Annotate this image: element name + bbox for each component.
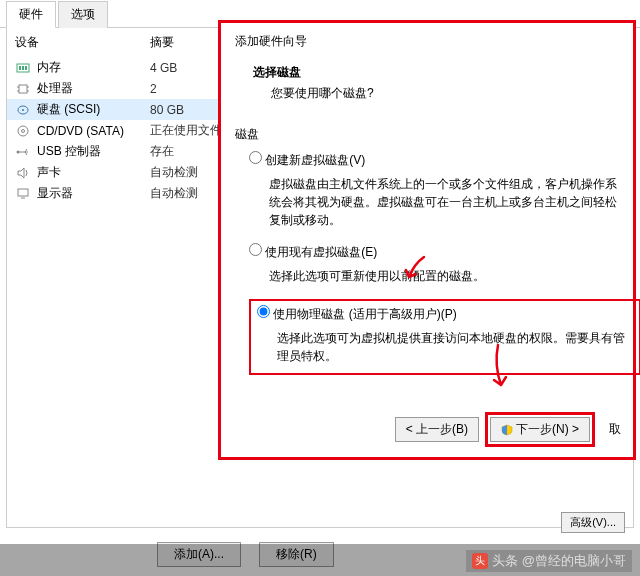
svg-point-10 [22,109,24,111]
cd-icon [15,124,31,138]
disk-icon [15,103,31,117]
tab-options[interactable]: 选项 [58,1,108,28]
radio-physical-label: 使用物理磁盘 (适用于高级用户)(P) [273,307,456,321]
radio-create-desc: 虚拟磁盘由主机文件系统上的一个或多个文件组成，客户机操作系统会将其视为硬盘。虚拟… [269,175,619,229]
device-name: CD/DVD (SATA) [37,124,150,138]
radio-existing-desc: 选择此选项可重新使用以前配置的磁盘。 [269,267,619,285]
cancel-button-partial[interactable]: 取 [607,418,623,441]
watermark-text: 头条 @曾经的电脑小哥 [492,552,626,570]
device-summary: 2 [150,82,157,96]
display-icon [15,187,31,201]
wizard-subtitle: 选择磁盘 [253,64,619,81]
svg-point-13 [17,150,20,153]
svg-rect-14 [18,189,28,196]
watermark: 头 头条 @曾经的电脑小哥 [466,550,632,572]
device-summary: 正在使用文件 [150,122,222,139]
toutiao-logo-icon: 头 [472,553,488,569]
svg-rect-2 [22,66,24,70]
device-summary: 自动检测 [150,164,198,181]
cpu-icon [15,82,31,96]
wizard-question: 您要使用哪个磁盘? [271,85,619,102]
radio-create-label: 创建新虚拟磁盘(V) [265,153,365,167]
device-name: 内存 [37,59,150,76]
back-button[interactable]: < 上一步(B) [395,417,479,442]
device-summary: 80 GB [150,103,184,117]
radio-create-new[interactable]: 创建新虚拟磁盘(V) [249,151,619,169]
svg-point-12 [22,129,25,132]
next-button-label: 下一步(N) > [516,421,579,438]
device-summary: 4 GB [150,61,177,75]
highlight-next: 下一步(N) > [485,412,595,447]
memory-icon [15,61,31,75]
wizard-title: 添加硬件向导 [235,33,619,50]
radio-physical[interactable]: 使用物理磁盘 (适用于高级用户)(P) [257,305,633,323]
radio-create-input[interactable] [249,151,262,164]
radio-existing-input[interactable] [249,243,262,256]
disk-section-label: 磁盘 [235,126,619,143]
tab-hardware[interactable]: 硬件 [6,1,56,28]
device-name: 显示器 [37,185,150,202]
add-hardware-wizard: 添加硬件向导 选择磁盘 您要使用哪个磁盘? 磁盘 创建新虚拟磁盘(V) 虚拟磁盘… [218,20,636,460]
sound-icon [15,166,31,180]
svg-rect-4 [19,85,27,93]
usb-icon [15,145,31,159]
radio-existing[interactable]: 使用现有虚拟磁盘(E) [249,243,619,261]
device-name: 声卡 [37,164,150,181]
device-name: 处理器 [37,80,150,97]
device-summary: 自动检测 [150,185,198,202]
highlight-physical-option: 使用物理磁盘 (适用于高级用户)(P) 选择此选项可为虚拟机提供直接访问本地硬盘… [249,299,640,375]
advanced-button-remnant[interactable]: 高级(V)... [561,512,625,533]
svg-rect-1 [19,66,21,70]
shield-icon [501,424,513,436]
device-summary: 存在 [150,143,174,160]
radio-physical-desc: 选择此选项可为虚拟机提供直接访问本地硬盘的权限。需要具有管理员特权。 [277,329,633,365]
col-device-header: 设备 [15,34,150,51]
svg-rect-3 [25,66,27,70]
svg-point-11 [18,126,28,136]
device-name: USB 控制器 [37,143,150,160]
device-name: 硬盘 (SCSI) [37,101,150,118]
radio-physical-input[interactable] [257,305,270,318]
next-button[interactable]: 下一步(N) > [490,417,590,442]
radio-existing-label: 使用现有虚拟磁盘(E) [265,245,377,259]
